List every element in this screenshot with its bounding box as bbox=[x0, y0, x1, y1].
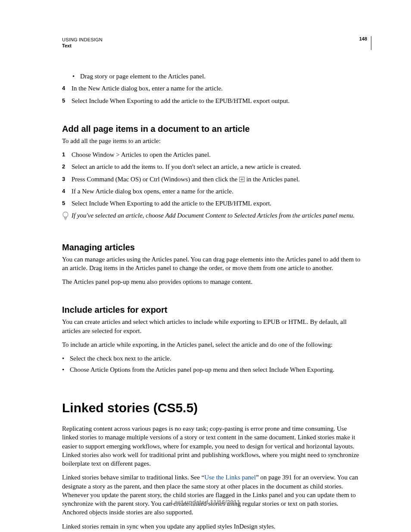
running-title: USING INDESIGN bbox=[62, 37, 364, 42]
step-number: 3 bbox=[62, 175, 65, 183]
footer-last-updated: Last updated 11/16/2011 bbox=[0, 499, 411, 506]
step-text: Press Command (Mac OS) or Ctrl (Windows)… bbox=[72, 176, 300, 183]
paragraph: You can manage articles using the Articl… bbox=[62, 255, 364, 273]
step-number: 5 bbox=[62, 97, 65, 105]
step-number: 4 bbox=[62, 187, 65, 195]
section-heading-add-all: Add all page items in a document to an a… bbox=[62, 123, 364, 135]
list-item: 1Choose Window > Articles to open the Ar… bbox=[62, 150, 364, 159]
header-rule bbox=[371, 36, 371, 50]
page-number: 148 bbox=[359, 36, 367, 41]
list-item: Drag story or page element to the Articl… bbox=[72, 72, 364, 81]
step-text: Select Include When Exporting to add the… bbox=[72, 200, 271, 207]
step-text: In the New Article dialog box, enter a n… bbox=[72, 85, 223, 92]
svg-point-3 bbox=[63, 212, 68, 217]
lightbulb-icon bbox=[62, 212, 69, 223]
section-heading-include: Include articles for export bbox=[62, 304, 364, 316]
list-item: 5Select Include When Exporting to add th… bbox=[62, 199, 364, 208]
tip-text: If you've selected an article, choose Ad… bbox=[72, 211, 355, 220]
continuation-numbered-list: 4In the New Article dialog box, enter a … bbox=[62, 84, 364, 105]
list-item: 3Press Command (Mac OS) or Ctrl (Windows… bbox=[62, 175, 364, 184]
paragraph: Replicating content across various pages… bbox=[62, 424, 364, 468]
list-item: 2Select an article to add the items to. … bbox=[62, 162, 364, 171]
list-item: 4If a New Article dialog box opens, ente… bbox=[62, 187, 364, 196]
running-header: 148 USING INDESIGN Text bbox=[62, 37, 364, 48]
list-item: 4In the New Article dialog box, enter a … bbox=[62, 84, 364, 93]
step-text: Choose Window > Articles to open the Art… bbox=[72, 151, 211, 158]
paragraph: Linked stories remain in sync when you u… bbox=[62, 522, 364, 531]
chapter-heading-linked-stories: Linked stories (CS5.5) bbox=[62, 399, 364, 417]
step-number: 2 bbox=[62, 163, 65, 171]
list-item: 5Select Include When Exporting to add th… bbox=[62, 96, 364, 105]
paragraph: The Articles panel pop-up menu also prov… bbox=[62, 277, 364, 286]
step-number: 5 bbox=[62, 199, 65, 207]
list-item: Choose Article Options from the Articles… bbox=[62, 365, 364, 374]
paragraph: Linked stories behave similar to traditi… bbox=[62, 473, 364, 516]
add-icon bbox=[239, 176, 245, 181]
section-heading-managing: Managing articles bbox=[62, 242, 364, 253]
continuation-bullet-list: Drag story or page element to the Articl… bbox=[72, 72, 364, 81]
link-use-links-panel[interactable]: Use the Links panel bbox=[204, 474, 256, 481]
step-number: 1 bbox=[62, 151, 65, 159]
step-text: Select an article to add the items to. I… bbox=[72, 163, 301, 170]
step-number: 4 bbox=[62, 84, 65, 92]
tip: If you've selected an article, choose Ad… bbox=[62, 211, 364, 223]
step-text: If a New Article dialog box opens, enter… bbox=[72, 188, 234, 195]
running-section: Text bbox=[62, 43, 364, 48]
bullet-list: Select the check box next to the article… bbox=[62, 354, 364, 374]
list-item: Select the check box next to the article… bbox=[62, 354, 364, 363]
paragraph: To add all the page items to an article: bbox=[62, 137, 364, 145]
paragraph: To include an article while exporting, i… bbox=[62, 340, 364, 349]
step-text: Select Include When Exporting to add the… bbox=[72, 97, 290, 104]
paragraph: You can create articles and select which… bbox=[62, 317, 364, 335]
numbered-list: 1Choose Window > Articles to open the Ar… bbox=[62, 150, 364, 208]
